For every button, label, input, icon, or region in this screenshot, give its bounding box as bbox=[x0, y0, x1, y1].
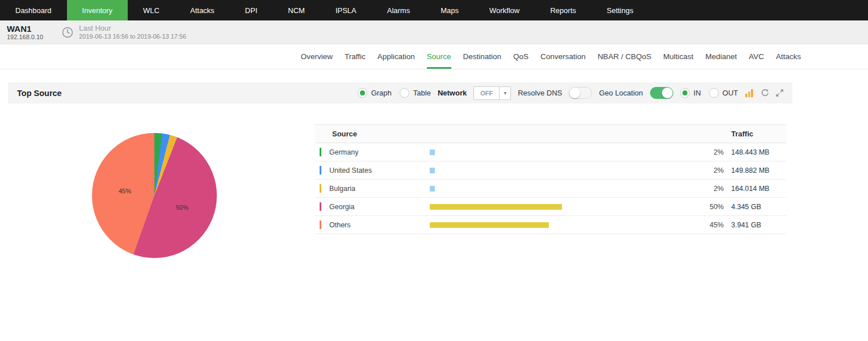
pie-slice-label-others: 45% bbox=[119, 188, 131, 194]
source-name[interactable]: Georgia bbox=[329, 203, 354, 211]
traffic-bar-cell bbox=[430, 149, 690, 155]
nav-item-reports[interactable]: Reports bbox=[535, 0, 592, 20]
source-name-cell: Bulgaria bbox=[315, 184, 430, 193]
table-row-germany[interactable]: Germany2%148.443 MB bbox=[315, 143, 786, 161]
nav-item-dpi[interactable]: DPI bbox=[230, 0, 273, 20]
row-color-accent bbox=[320, 202, 321, 211]
time-range-label: Last Hour bbox=[79, 24, 186, 33]
network-dropdown-value: OFF bbox=[474, 90, 499, 97]
direction-option-label: IN bbox=[694, 89, 701, 97]
direction-option-label: OUT bbox=[723, 89, 738, 97]
tab-overview[interactable]: Overview bbox=[301, 44, 333, 69]
toolbar-controls: GraphTable Network OFF ▾ Resolve DNS Geo… bbox=[358, 86, 783, 100]
nav-item-workflow[interactable]: Workflow bbox=[474, 0, 535, 20]
tab-qos[interactable]: QoS bbox=[513, 44, 529, 69]
row-color-accent bbox=[320, 166, 321, 174]
table-row-united-states[interactable]: United States2%149.882 MB bbox=[315, 161, 786, 180]
pie-graphic[interactable] bbox=[92, 133, 217, 258]
nav-item-maps[interactable]: Maps bbox=[425, 0, 474, 20]
nav-item-dashboard[interactable]: Dashboard bbox=[0, 0, 67, 20]
panel-title: Top Source bbox=[17, 89, 62, 98]
traffic-bar-cell bbox=[430, 168, 690, 173]
table-header: Source Traffic bbox=[315, 124, 786, 143]
tab-avc[interactable]: AVC bbox=[749, 44, 764, 69]
network-label: Network bbox=[438, 89, 467, 97]
source-name-cell: United States bbox=[315, 166, 430, 174]
tab-conversation[interactable]: Conversation bbox=[540, 44, 586, 69]
source-name[interactable]: Others bbox=[329, 221, 351, 229]
bar-chart-icon[interactable] bbox=[745, 89, 754, 98]
source-name[interactable]: Bulgaria bbox=[329, 185, 355, 193]
nav-item-inventory[interactable]: Inventory bbox=[67, 0, 128, 20]
row-color-accent bbox=[320, 184, 321, 193]
nav-item-ipsla[interactable]: IPSLA bbox=[320, 0, 372, 20]
tab-multicast[interactable]: Multicast bbox=[663, 44, 693, 69]
source-name[interactable]: United States bbox=[329, 167, 372, 174]
time-range-value: 2019-06-13 16:56 to 2019-06-13 17:56 bbox=[79, 33, 186, 40]
radio-icon bbox=[709, 88, 719, 98]
column-header-traffic[interactable]: Traffic bbox=[724, 130, 786, 138]
time-range-picker[interactable]: Last Hour 2019-06-13 16:56 to 2019-06-13… bbox=[61, 24, 186, 40]
device-ip: 192.168.0.10 bbox=[7, 34, 43, 41]
direction-option-out[interactable]: OUT bbox=[709, 88, 738, 98]
traffic-value: 3.941 GB bbox=[724, 221, 786, 229]
source-table: Source Traffic Germany2%148.443 MBUnited… bbox=[315, 124, 786, 234]
clock-icon bbox=[61, 26, 74, 39]
source-name-cell: Others bbox=[315, 221, 430, 229]
nav-item-attacks[interactable]: Attacks bbox=[175, 0, 230, 20]
traffic-bar-cell bbox=[430, 222, 690, 228]
resolve-dns-label: Resolve DNS bbox=[518, 89, 562, 97]
refresh-icon[interactable] bbox=[761, 89, 769, 97]
view-option-graph[interactable]: Graph bbox=[358, 88, 392, 98]
view-option-label: Graph bbox=[371, 89, 392, 97]
traffic-bar-cell bbox=[430, 204, 690, 210]
traffic-value: 149.882 MB bbox=[724, 167, 786, 174]
geo-location-toggle[interactable] bbox=[650, 87, 673, 99]
traffic-bar bbox=[430, 186, 435, 192]
toggle-knob bbox=[662, 88, 673, 98]
traffic-bar bbox=[430, 204, 562, 210]
tab-attacks[interactable]: Attacks bbox=[776, 44, 801, 69]
device-name[interactable]: WAN1 bbox=[7, 24, 43, 34]
table-row-others[interactable]: Others45%3.941 GB bbox=[315, 216, 786, 234]
tab-nbar-cbqos[interactable]: NBAR / CBQoS bbox=[598, 44, 652, 69]
traffic-bar bbox=[430, 168, 435, 173]
traffic-value: 4.345 GB bbox=[724, 203, 786, 211]
row-color-accent bbox=[320, 221, 321, 229]
table-row-bulgaria[interactable]: Bulgaria2%164.014 MB bbox=[315, 180, 786, 198]
source-name[interactable]: Germany bbox=[329, 148, 358, 156]
traffic-percent: 2% bbox=[690, 185, 724, 193]
view-option-label: Table bbox=[413, 89, 431, 97]
table-row-georgia[interactable]: Georgia50%4.345 GB bbox=[315, 198, 786, 216]
expand-icon[interactable] bbox=[776, 89, 783, 97]
network-dropdown[interactable]: OFF ▾ bbox=[473, 86, 511, 100]
tab-application[interactable]: Application bbox=[378, 44, 415, 69]
direction-group: INOUT bbox=[680, 88, 738, 98]
tab-medianet[interactable]: Medianet bbox=[705, 44, 737, 69]
traffic-percent: 50% bbox=[690, 203, 724, 211]
resolve-dns-toggle[interactable] bbox=[569, 87, 592, 99]
direction-option-in[interactable]: IN bbox=[680, 88, 701, 98]
top-navigation: DashboardInventoryWLCAttacksDPINCMIPSLAA… bbox=[0, 0, 868, 20]
table-body: Germany2%148.443 MBUnited States2%149.88… bbox=[315, 143, 786, 234]
geo-location-label: Geo Location bbox=[599, 89, 643, 97]
traffic-percent: 2% bbox=[690, 167, 724, 174]
report-content: 45% 50% Source Traffic Germany2%148.443 … bbox=[0, 103, 868, 341]
toggle-knob bbox=[569, 88, 580, 98]
nav-item-settings[interactable]: Settings bbox=[592, 0, 649, 20]
traffic-value: 148.443 MB bbox=[724, 148, 786, 156]
row-color-accent bbox=[320, 148, 321, 156]
radio-icon bbox=[358, 88, 367, 98]
view-option-table[interactable]: Table bbox=[400, 88, 431, 98]
tab-traffic[interactable]: Traffic bbox=[345, 44, 366, 69]
tab-source[interactable]: Source bbox=[427, 44, 451, 69]
source-pie-chart[interactable]: 45% 50% bbox=[92, 133, 217, 258]
radio-icon bbox=[400, 88, 409, 98]
nav-item-ncm[interactable]: NCM bbox=[272, 0, 320, 20]
report-tabs: OverviewTrafficApplicationSourceDestinat… bbox=[0, 44, 868, 69]
nav-item-alarms[interactable]: Alarms bbox=[372, 0, 425, 20]
column-header-source[interactable]: Source bbox=[315, 130, 724, 138]
device-info: WAN1 192.168.0.10 bbox=[7, 24, 43, 41]
nav-item-wlc[interactable]: WLC bbox=[128, 0, 175, 20]
tab-destination[interactable]: Destination bbox=[463, 44, 502, 69]
